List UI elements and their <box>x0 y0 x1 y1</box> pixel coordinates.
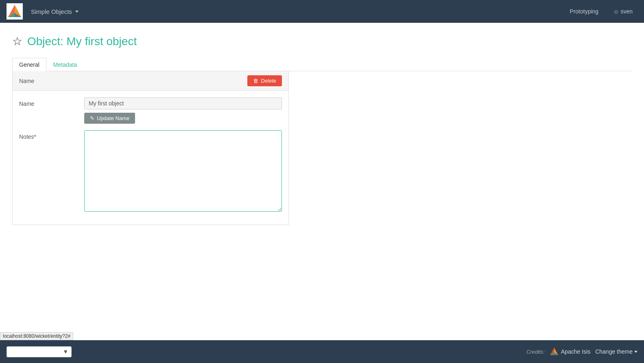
status-bar: localhost:8080/wicket/entity?2# <box>0 332 73 340</box>
simple-objects-menu[interactable]: Simple Objects <box>28 6 82 17</box>
apache-isis-label: Apache Isis <box>561 348 590 355</box>
apache-isis-link[interactable]: Apache Isis <box>550 347 590 356</box>
delete-button[interactable]: 🗑 Delete <box>247 75 282 86</box>
name-form-row: Name ✎ Update Name <box>19 97 282 124</box>
navbar-brand[interactable] <box>7 3 23 20</box>
tab-metadata[interactable]: Metadata <box>46 58 84 71</box>
apache-isis-logo-icon <box>550 347 559 356</box>
change-theme-caret-icon <box>634 351 637 353</box>
navbar: Simple Objects Prototyping ☺ sven <box>0 0 644 23</box>
panel-header-title: Name <box>19 78 34 84</box>
user-label: sven <box>620 8 633 15</box>
page-title-row: ☆ Object: My first object <box>12 35 632 48</box>
notes-label: Notes* <box>19 130 84 140</box>
tab-general[interactable]: General <box>12 58 46 71</box>
change-theme-label: Change theme <box>595 348 633 355</box>
credits-label: Credits: <box>526 349 545 355</box>
update-name-button[interactable]: ✎ Update Name <box>84 113 135 124</box>
user-icon: ☺ <box>613 8 619 15</box>
panel-header: Name 🗑 Delete <box>13 71 288 91</box>
page-title: Object: My first object <box>27 35 137 48</box>
simple-objects-label: Simple Objects <box>31 8 72 15</box>
bookmark-star-icon[interactable]: ☆ <box>12 36 22 47</box>
name-panel: Name 🗑 Delete Name ✎ Update Name <box>12 71 289 225</box>
tab-bar: General Metadata <box>12 58 632 71</box>
name-input[interactable] <box>84 97 282 109</box>
page-title-object: My first object <box>66 35 137 48</box>
name-label: Name <box>19 97 84 107</box>
footer-right: Credits: Apache Isis Change theme <box>526 347 637 356</box>
status-url: localhost:8080/wicket/entity?2# <box>3 333 70 339</box>
notes-form-row: Notes* <box>19 130 282 212</box>
edit-icon: ✎ <box>90 115 94 121</box>
user-menu[interactable]: ☺ sven <box>610 6 637 17</box>
change-theme-button[interactable]: Change theme <box>595 348 637 355</box>
footer-select-wrap: ▼ <box>7 346 72 357</box>
logo-icon <box>7 4 22 19</box>
prototyping-label: Prototyping <box>570 8 598 15</box>
main-content: ☆ Object: My first object General Metada… <box>0 23 644 340</box>
page-title-prefix: Object: <box>27 35 66 48</box>
trash-icon: 🗑 <box>253 78 258 84</box>
navbar-right: Prototyping ☺ sven <box>566 6 637 17</box>
footer-select[interactable] <box>7 346 72 357</box>
name-field-group: ✎ Update Name <box>84 97 282 124</box>
prototyping-menu[interactable]: Prototyping <box>566 6 603 17</box>
panel-body: Name ✎ Update Name Notes* <box>13 91 288 225</box>
simple-objects-caret <box>75 11 79 13</box>
notes-textarea[interactable] <box>84 130 282 212</box>
navbar-logo <box>7 3 23 20</box>
footer: ▼ Credits: Apache Isis Change theme <box>0 340 644 363</box>
